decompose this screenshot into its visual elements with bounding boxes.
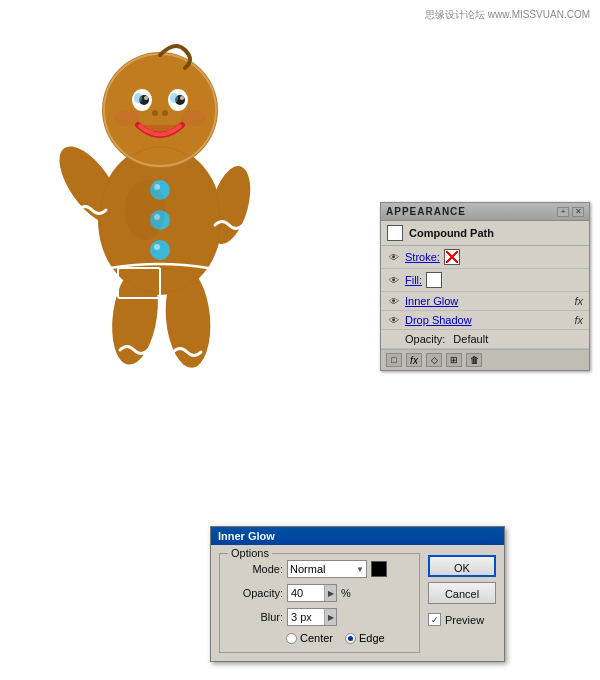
drop-shadow-label[interactable]: Drop Shadow [405,314,472,326]
watermark: 思缘设计论坛 www.MISSVUAN.COM [425,8,590,22]
blur-spinner-arrow[interactable]: ▶ [324,609,336,625]
opacity-spinner[interactable]: 40 ▶ [287,584,337,602]
stroke-label[interactable]: Stroke: [405,251,440,263]
blur-option-row: Blur: 3 px ▶ [228,608,411,626]
compound-path-swatch [387,225,403,241]
fill-row: 👁 Fill: [381,269,589,292]
stroke-row: 👁 Stroke: [381,246,589,269]
opacity-spinner-value: 40 [288,587,324,599]
new-item-icon[interactable]: □ [386,353,402,367]
drop-shadow-visibility-icon[interactable]: 👁 [387,315,401,325]
gingerbread-illustration [30,10,320,390]
mode-row: Mode: Normal ▼ [228,560,411,578]
panel-close-btn[interactable]: ✕ [572,207,584,217]
copy-icon[interactable]: ⊞ [446,353,462,367]
opacity-label: Opacity: [405,333,445,345]
dialog-title: Inner Glow [218,530,275,542]
mode-dropdown-arrow: ▼ [356,565,364,574]
delete-icon[interactable]: 🗑 [466,353,482,367]
cancel-button[interactable]: Cancel [428,582,496,604]
dialog-right-panel: OK Cancel ✓ Preview [428,553,496,653]
opacity-value: Default [453,333,488,345]
svg-point-13 [180,96,184,100]
svg-point-18 [152,110,158,116]
panel-bottom-bar: □ fx ◇ ⊞ 🗑 [381,349,589,370]
mode-select[interactable]: Normal ▼ [287,560,367,578]
compound-path-row: Compound Path [381,221,589,246]
glow-color-swatch[interactable] [371,561,387,577]
drop-shadow-fx-badge: fx [574,314,583,326]
svg-point-17 [182,110,206,126]
edge-radio-circle[interactable] [345,633,356,644]
opacity-row: Opacity: Default [381,330,589,349]
svg-point-19 [162,110,168,116]
svg-point-16 [114,110,138,126]
center-radio-label: Center [300,632,333,644]
ok-button[interactable]: OK [428,555,496,577]
center-radio-circle[interactable] [286,633,297,644]
panel-title: APPEARANCE [386,206,466,217]
stroke-swatch[interactable] [444,249,460,265]
edge-radio-label: Edge [359,632,385,644]
preview-label: Preview [445,614,484,626]
opacity-spinner-arrow[interactable]: ▶ [324,585,336,601]
inner-glow-row: 👁 Inner Glow fx [381,292,589,311]
opacity-option-label: Opacity: [228,587,283,599]
svg-point-28 [125,180,165,240]
mode-value: Normal [290,563,325,575]
edge-radio-option[interactable]: Edge [345,632,385,644]
blur-spinner-value: 3 px [288,611,324,623]
opacity-option-row: Opacity: 40 ▶ % [228,584,411,602]
svg-point-12 [144,96,148,100]
mode-label: Mode: [228,563,283,575]
svg-point-1 [102,52,218,168]
inner-glow-dialog: Inner Glow Options Mode: Normal ▼ [210,526,505,662]
svg-point-15 [170,93,178,103]
panel-expand-btn[interactable]: + [557,207,569,217]
blur-spinner[interactable]: 3 px ▶ [287,608,337,626]
stroke-visibility-icon[interactable]: 👁 [387,252,401,262]
dialog-titlebar: Inner Glow [211,527,504,545]
edge-center-radio-group: Center Edge [228,632,411,644]
dialog-body: Options Mode: Normal ▼ Opacity: [211,545,504,661]
preview-checkbox[interactable]: ✓ [428,613,441,626]
center-radio-option[interactable]: Center [286,632,333,644]
fill-swatch[interactable] [426,272,442,288]
inner-glow-fx-badge: fx [574,295,583,307]
fx-icon[interactable]: fx [406,353,422,367]
options-group: Options Mode: Normal ▼ Opacity: [219,553,420,653]
fill-visibility-icon[interactable]: 👁 [387,275,401,285]
svg-point-25 [154,244,160,250]
new-effect-icon[interactable]: ◇ [426,353,442,367]
canvas-area: 思缘设计论坛 www.MISSVUAN.COM [0,0,600,680]
opacity-unit: % [341,587,351,599]
appearance-panel: APPEARANCE + ✕ Compound Path 👁 Stroke: 👁… [380,202,590,371]
opacity-spacer [387,334,401,344]
compound-path-label: Compound Path [409,227,494,239]
blur-label: Blur: [228,611,283,623]
preview-row: ✓ Preview [428,613,496,626]
svg-point-14 [134,93,142,103]
svg-point-22 [150,240,170,260]
fill-label[interactable]: Fill: [405,274,422,286]
dialog-left-panel: Options Mode: Normal ▼ Opacity: [219,553,420,653]
options-legend: Options [228,547,272,559]
panel-controls: + ✕ [557,207,584,217]
panel-titlebar: APPEARANCE + ✕ [381,203,589,221]
inner-glow-visibility-icon[interactable]: 👁 [387,296,401,306]
drop-shadow-row: 👁 Drop Shadow fx [381,311,589,330]
inner-glow-label[interactable]: Inner Glow [405,295,458,307]
